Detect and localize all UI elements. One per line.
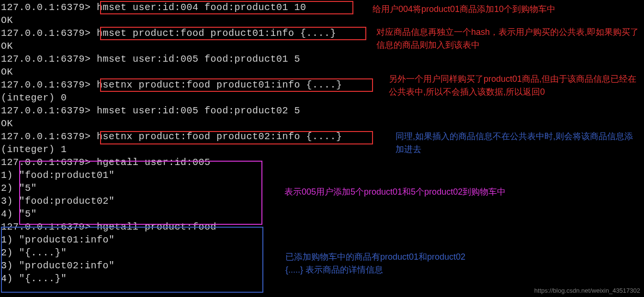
output-list-4: 4) "5" — [1, 208, 643, 220]
annotation-4: 同理,如果插入的商品信息不在公共表中时,则会将该商品信息添加进去 — [395, 130, 640, 156]
annotation-3: 另外一个用户同样购买了product01商品,但由于该商品信息已经在公共表中,所… — [389, 73, 643, 99]
annotation-1: 给用户004将product01商品添加10个到购物车中 — [373, 3, 555, 16]
annotation-2: 对应商品信息再独立一个hash，表示用户购买的公共表,即如果购买了信息的商品则加… — [376, 26, 640, 52]
cmd-line-7: 127.0.0.1:6379> hgetall user:id:005 — [1, 156, 643, 169]
output-list-5: 1) "product01:info" — [1, 233, 643, 246]
annotation-6-line1: 已添加购物车中的商品有product01和product02 — [285, 251, 465, 264]
annotation-6-line2: {.....} 表示商品的详情信息 — [285, 264, 465, 276]
watermark-text: https://blog.csdn.net/weixin_43517302 — [534, 287, 640, 294]
cmd-line-8: 127.0.0.1:6379> hgetall product:food — [1, 220, 643, 233]
annotation-5: 表示005用户添加5个product01和5个product02到购物车中 — [284, 186, 506, 198]
cmd-line-3: 127.0.0.1:6379> hmset user:id:005 food:p… — [1, 53, 643, 66]
output-ok-1: OK — [1, 14, 643, 27]
annotation-6: 已添加购物车中的商品有product01和product02 {.....} 表… — [285, 251, 465, 276]
output-list-1: 1) "food:product01" — [1, 169, 643, 182]
cmd-line-5: 127.0.0.1:6379> hmset user:id:005 food:p… — [1, 104, 643, 117]
output-ok-5: OK — [1, 117, 643, 130]
